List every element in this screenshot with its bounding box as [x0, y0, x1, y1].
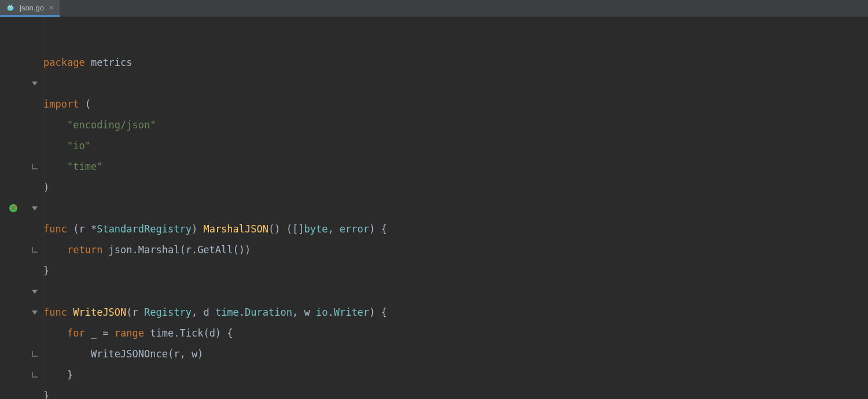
code-line: }: [43, 390, 49, 399]
code-line: }: [43, 265, 49, 276]
fold-toggle-icon[interactable]: [32, 290, 38, 294]
code-area[interactable]: package metrics import ( "encoding/json"…: [43, 17, 868, 399]
fold-toggle-icon[interactable]: [32, 311, 38, 315]
svg-point-4: [11, 7, 12, 8]
code-line: "io": [43, 140, 91, 152]
svg-rect-5: [9, 5, 10, 6]
up-arrow-icon: ↑: [13, 202, 17, 212]
code-line: package metrics: [43, 57, 133, 68]
code-line: import (: [43, 98, 91, 110]
code-line: "encoding/json": [43, 119, 156, 131]
code-line: return json.Marshal(r.GetAll()): [43, 244, 251, 256]
fold-end-icon: [32, 351, 38, 357]
fold-end-icon: [32, 372, 38, 378]
gutter-marker-implements[interactable]: ↑: [0, 198, 26, 219]
fold-end-icon: [32, 164, 38, 169]
editor: ↑ package metrics import ( "encoding/jso…: [0, 17, 868, 399]
fold-end-icon: [32, 247, 38, 253]
svg-point-3: [9, 7, 9, 8]
go-file-icon: [6, 3, 15, 12]
code-line: ): [43, 182, 49, 193]
code-line: func (r *StandardRegistry) MarshalJSON()…: [43, 223, 387, 235]
svg-rect-6: [12, 5, 13, 6]
fold-column: [26, 17, 43, 399]
code-line: WriteJSONOnce(r, w): [43, 348, 203, 360]
tab-json-go[interactable]: json.go ✕: [0, 0, 60, 17]
code-line: }: [43, 369, 73, 380]
code-line: [43, 77, 49, 89]
fold-toggle-icon[interactable]: [32, 206, 38, 210]
code-line: "time": [43, 161, 102, 172]
close-icon[interactable]: ✕: [49, 5, 54, 11]
fold-toggle-icon[interactable]: [32, 82, 38, 86]
svg-point-0: [8, 6, 14, 11]
code-line: [43, 202, 49, 214]
tab-bar: json.go ✕: [0, 0, 868, 17]
tab-filename: json.go: [20, 3, 44, 12]
gutter: ↑: [0, 17, 26, 399]
code-line: func WriteJSON(r Registry, d time.Durati…: [43, 306, 387, 318]
code-line: for _ = range time.Tick(d) {: [43, 327, 233, 339]
code-line: [43, 286, 49, 297]
